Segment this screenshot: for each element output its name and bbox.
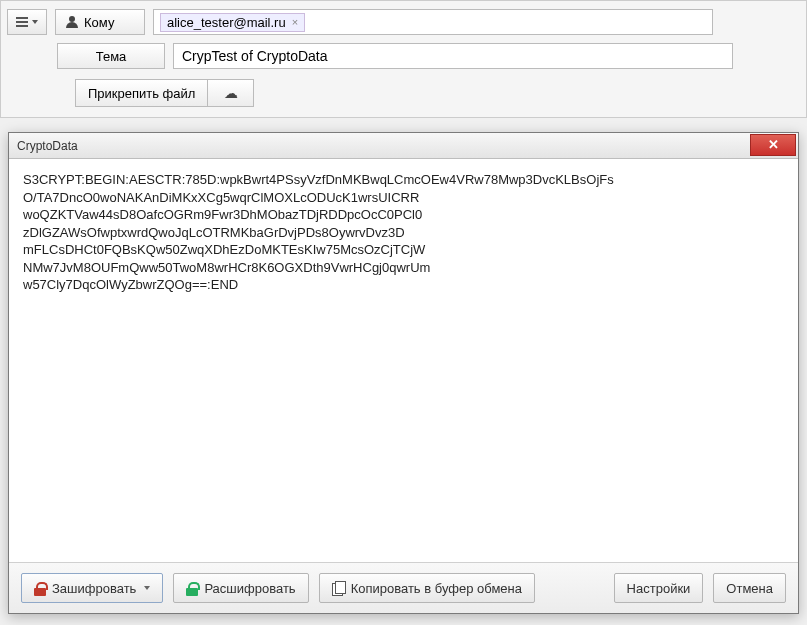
cancel-label: Отмена (726, 581, 773, 596)
to-label-button[interactable]: Кому (55, 9, 145, 35)
remove-recipient-icon[interactable]: × (292, 16, 298, 28)
cipher-line: zDlGZAWsOfwptxwrdQwoJqLcOTRMKbaGrDvjPDs8… (23, 224, 784, 242)
decrypt-label: Расшифровать (204, 581, 295, 596)
settings-button[interactable]: Настройки (614, 573, 704, 603)
chevron-down-icon (144, 586, 150, 590)
to-input[interactable]: alice_tester@mail.ru × (153, 9, 713, 35)
decrypt-button[interactable]: Расшифровать (173, 573, 308, 603)
cancel-button[interactable]: Отмена (713, 573, 786, 603)
recipient-chip[interactable]: alice_tester@mail.ru × (160, 13, 305, 32)
subject-label: Тема (96, 49, 127, 64)
person-icon (66, 16, 78, 28)
compose-row-attach: Прикрепить файл ☁ (1, 73, 806, 117)
dialog-body[interactable]: S3CRYPT:BEGIN:AESCTR:785D:wpkBwrt4PSsyVz… (9, 159, 798, 562)
attach-cloud-button[interactable]: ☁ (208, 79, 254, 107)
subject-label-button[interactable]: Тема (57, 43, 165, 69)
close-button[interactable]: ✕ (750, 134, 796, 156)
compose-row-subject: Тема CrypTest of CryptoData (1, 39, 806, 73)
encrypt-button[interactable]: Зашифровать (21, 573, 163, 603)
attach-file-button[interactable]: Прикрепить файл (75, 79, 208, 107)
cipher-line: mFLCsDHCt0FQBsKQw50ZwqXDhEzDoMKTEsKIw75M… (23, 241, 784, 259)
lock-open-icon (186, 582, 198, 595)
compose-menu-button[interactable] (7, 9, 47, 35)
cipher-line: O/TA7DncO0woNAKAnDiMKxXCg5wqrClMOXLcODUc… (23, 189, 784, 207)
cloud-icon: ☁ (224, 85, 238, 101)
encrypt-label: Зашифровать (52, 581, 136, 596)
settings-label: Настройки (627, 581, 691, 596)
attach-label: Прикрепить файл (88, 86, 195, 101)
cipher-line: S3CRYPT:BEGIN:AESCTR:785D:wpkBwrt4PSsyVz… (23, 171, 784, 189)
cipher-line: woQZKTVaw44sD8OafcOGRm9Fwr3DhMObazTDjRDD… (23, 206, 784, 224)
lock-closed-icon (34, 582, 46, 595)
recipient-text: alice_tester@mail.ru (167, 15, 286, 30)
close-icon: ✕ (768, 137, 779, 152)
to-label: Кому (84, 15, 114, 30)
hamburger-icon (16, 17, 28, 27)
dialog-title: CryptoData (17, 139, 78, 153)
cipher-line: NMw7JvM8OUFmQww50TwoM8wrHCr8K6OGXDth9Vwr… (23, 259, 784, 277)
copy-label: Копировать в буфер обмена (351, 581, 522, 596)
dialog-footer: Зашифровать Расшифровать Копировать в бу… (9, 562, 798, 613)
cryptodata-dialog: CryptoData ✕ S3CRYPT:BEGIN:AESCTR:785D:w… (8, 132, 799, 614)
subject-value: CrypTest of CryptoData (182, 48, 328, 64)
copy-button[interactable]: Копировать в буфер обмена (319, 573, 535, 603)
chevron-down-icon (32, 20, 38, 24)
copy-icon (332, 581, 345, 595)
compose-row-to: Кому alice_tester@mail.ru × (1, 1, 806, 39)
dialog-titlebar[interactable]: CryptoData ✕ (9, 133, 798, 159)
subject-input[interactable]: CrypTest of CryptoData (173, 43, 733, 69)
cipher-line: w57Cly7DqcOlWyZbwrZQOg==:END (23, 276, 784, 294)
compose-window: Кому alice_tester@mail.ru × Тема CrypTes… (0, 0, 807, 118)
